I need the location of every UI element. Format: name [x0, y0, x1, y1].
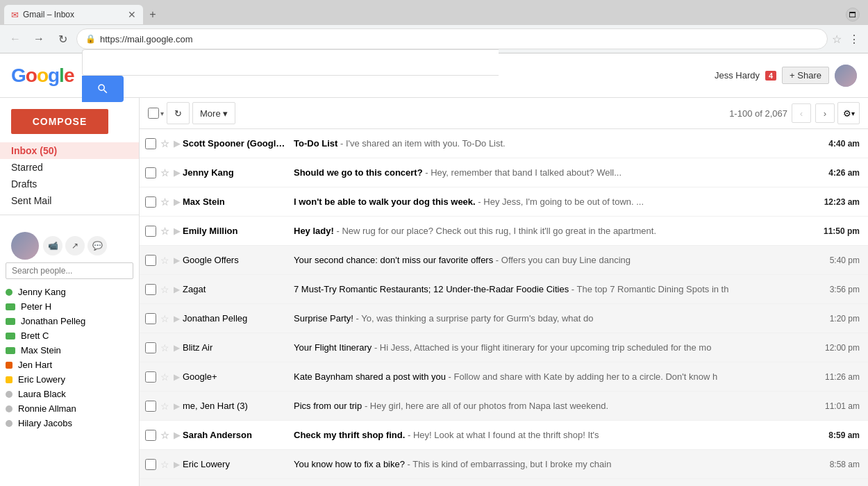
row-star-icon[interactable]: ☆ [160, 255, 169, 266]
row-checkbox[interactable] [145, 430, 156, 441]
row-star-icon[interactable]: ☆ [160, 138, 169, 149]
new-tab-button[interactable]: + [143, 5, 162, 24]
row-star-icon[interactable]: ☆ [160, 342, 169, 353]
contact-item[interactable]: Max Stein [0, 343, 139, 358]
row-important-icon[interactable]: ▶ [174, 255, 180, 265]
row-checkbox[interactable] [145, 459, 156, 470]
row-important-icon[interactable]: ▶ [174, 372, 180, 382]
email-row[interactable]: ☆ ▶ Jenny Kang Should we go to this conc… [140, 158, 868, 187]
email-row[interactable]: ☆ ▶ Scott Spooner (Google Dr. To-Do List… [140, 129, 868, 158]
email-row[interactable]: ☆ ▶ Zagat 7 Must-Try Romantic Restaurant… [140, 275, 868, 304]
row-star-icon[interactable]: ☆ [160, 226, 169, 237]
search-button[interactable] [82, 76, 124, 102]
contact-item[interactable]: Hilary Jacobs [0, 416, 139, 430]
row-important-icon[interactable]: ▶ [174, 460, 180, 469]
row-checkbox[interactable] [145, 196, 156, 208]
email-row[interactable]: ☆ ▶ Google+ Kate Baynham shared a post w… [140, 362, 868, 392]
compose-button[interactable]: COMPOSE [11, 109, 108, 134]
message-button[interactable]: 💬 [87, 236, 107, 255]
email-row[interactable]: ☆ ▶ Idbay Your auction #3405 has sold - … [140, 479, 868, 486]
prev-page-button[interactable]: ‹ [792, 103, 811, 123]
row-checkbox[interactable] [145, 167, 156, 178]
sidebar-item-sent[interactable]: Sent Mail [0, 192, 139, 209]
email-row[interactable]: ☆ ▶ Eric Lowery You know how to fix a bi… [140, 450, 868, 479]
address-bar[interactable]: 🔒 https://mail.google.com [76, 28, 828, 49]
contact-item[interactable]: Ronnie Allman [0, 401, 139, 416]
browser-menu-icon[interactable]: ⋮ [846, 33, 862, 46]
browser-tab[interactable]: ✉ Gmail – Inbox ✕ [4, 5, 143, 24]
row-important-icon[interactable]: ▶ [174, 168, 180, 178]
email-row[interactable]: ☆ ▶ Jonathan Pelleg Surprise Party! - Yo… [140, 304, 868, 333]
people-search-input[interactable] [6, 262, 133, 279]
email-snippet: - This is kind of embarrassing, but I br… [408, 459, 612, 469]
email-row[interactable]: ☆ ▶ me, Jen Hart (3) Pics from our trip … [140, 392, 868, 421]
contact-item[interactable]: Eric Lowery [0, 372, 139, 387]
email-row[interactable]: ☆ ▶ Google Offers Your second chance: do… [140, 246, 868, 275]
email-row[interactable]: ☆ ▶ Blitz Air Your Flight Itinerary - Hi… [140, 333, 868, 362]
avatar[interactable] [835, 65, 857, 87]
email-sender: me, Jen Hart (3) [183, 401, 294, 411]
contact-item[interactable]: Peter H [0, 299, 139, 314]
email-subject: Your Flight Itinerary [294, 342, 372, 353]
row-important-icon[interactable]: ▶ [174, 343, 180, 353]
more-actions-button[interactable]: More ▾ [192, 102, 235, 124]
video-call-button[interactable]: 📹 [43, 236, 62, 255]
refresh-button[interactable]: ↻ [167, 102, 190, 124]
forward-button[interactable]: → [29, 29, 49, 49]
email-time: 12:23 am [814, 197, 862, 207]
email-row[interactable]: ☆ ▶ Sarah Anderson Check my thrift shop … [140, 421, 868, 450]
window-maximize-button[interactable]: 🗖 [846, 8, 860, 22]
settings-button[interactable]: ⚙ ▾ [837, 102, 860, 124]
url-text: https://mail.google.com [100, 34, 819, 44]
contact-item[interactable]: Jonathan Pelleg [0, 314, 139, 328]
search-input[interactable] [82, 49, 499, 76]
row-star-icon[interactable]: ☆ [160, 430, 169, 441]
tab-close-button[interactable]: ✕ [128, 9, 136, 20]
row-star-icon[interactable]: ☆ [160, 371, 169, 383]
contact-item[interactable]: Jen Hart [0, 358, 139, 372]
row-checkbox[interactable] [145, 401, 156, 412]
sidebar-item-inbox[interactable]: Inbox (50) [0, 142, 139, 159]
row-checkbox[interactable] [145, 371, 156, 383]
select-all-checkbox[interactable] [148, 108, 159, 119]
sidebar-item-starred[interactable]: Starred [0, 159, 139, 176]
row-checkbox[interactable] [145, 313, 156, 324]
gmail-header: Google Jess Hardy 4 + Share [0, 53, 868, 98]
next-page-button[interactable]: › [815, 103, 835, 123]
contact-item[interactable]: Jenny Kang [0, 285, 139, 299]
email-row[interactable]: ☆ ▶ Max Stein I won't be able to walk yo… [140, 187, 868, 217]
contact-item[interactable]: Brett C [0, 328, 139, 343]
refresh-button[interactable]: ↻ [53, 29, 72, 49]
share-button[interactable]: + Share [782, 67, 829, 84]
back-button[interactable]: ← [6, 29, 25, 49]
email-snippet: - Hey girl, here are all of our photos f… [365, 401, 608, 411]
row-important-icon[interactable]: ▶ [174, 430, 180, 440]
row-important-icon[interactable]: ▶ [174, 226, 180, 236]
row-star-icon[interactable]: ☆ [160, 196, 169, 208]
row-important-icon[interactable]: ▶ [174, 314, 180, 324]
row-checkbox[interactable] [145, 226, 156, 237]
row-star-icon[interactable]: ☆ [160, 167, 169, 178]
row-star-icon[interactable]: ☆ [160, 401, 169, 412]
row-star-icon[interactable]: ☆ [160, 313, 169, 324]
bookmark-star-icon[interactable]: ☆ [832, 33, 842, 46]
row-important-icon[interactable]: ▶ [174, 139, 180, 149]
header-right: Jess Hardy 4 + Share [715, 65, 857, 87]
row-important-icon[interactable]: ▶ [174, 285, 180, 294]
select-chevron-icon[interactable]: ▾ [160, 110, 164, 117]
email-row[interactable]: ☆ ▶ Emily Million Hey lady! - New rug fo… [140, 217, 868, 246]
row-checkbox[interactable] [145, 284, 156, 295]
row-important-icon[interactable]: ▶ [174, 401, 180, 411]
contact-item[interactable]: Laura Black [0, 387, 139, 401]
row-checkbox[interactable] [145, 255, 156, 266]
row-star-icon[interactable]: ☆ [160, 459, 169, 470]
sidebar-item-drafts[interactable]: Drafts [0, 176, 139, 192]
contact-name: Jenny Kang [18, 287, 66, 297]
row-checkbox[interactable] [145, 342, 156, 353]
email-sender: Google Offers [183, 255, 294, 265]
row-important-icon[interactable]: ▶ [174, 197, 180, 207]
row-checkbox[interactable] [145, 138, 156, 149]
row-star-icon[interactable]: ☆ [160, 284, 169, 295]
notification-badge[interactable]: 4 [765, 71, 776, 81]
share-profile-button[interactable]: ↗ [65, 236, 85, 255]
